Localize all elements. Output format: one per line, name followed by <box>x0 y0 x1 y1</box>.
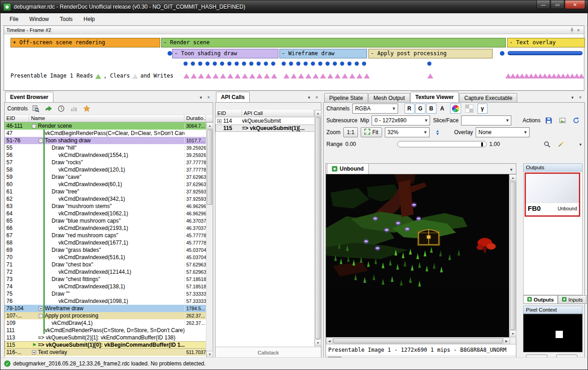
tab-api-calls[interactable]: API Calls <box>216 92 250 102</box>
timeline-event-dot[interactable] <box>257 62 261 66</box>
event-row[interactable]: 70vkCmdDrawIndexed(516,1)45.03704 <box>5 254 213 261</box>
write-triangle-icon[interactable] <box>242 73 248 78</box>
timeline-marker-bar[interactable]: + Off-screen scene rendering <box>10 38 160 47</box>
collapse-icon[interactable]: - <box>39 314 43 318</box>
scroll-up-icon[interactable]: ▲ <box>509 174 516 181</box>
chevron-down-icon[interactable]: ▾ <box>306 94 312 100</box>
mip-select[interactable]: 0 - 1272x690▼ <box>372 115 430 125</box>
gamma-button[interactable]: γ <box>478 104 488 114</box>
write-triangle-icon[interactable] <box>427 73 433 78</box>
tab-event-browser[interactable]: Event Browser <box>5 92 53 102</box>
event-row[interactable]: 107-...-Apply post processing262.37... <box>5 312 213 319</box>
refresh-icon[interactable] <box>571 115 582 125</box>
timeline-event-dot[interactable] <box>362 62 366 66</box>
menu-item-window[interactable]: Window <box>24 14 54 24</box>
event-row[interactable]: 72vkCmdDrawIndexed(12144,1)57.62963 <box>5 268 213 276</box>
write-triangle-icon[interactable] <box>305 73 311 78</box>
close-button[interactable]: ✕ <box>565 0 585 9</box>
timeline-event-dot[interactable] <box>340 62 344 66</box>
scrollbar-thumb[interactable] <box>333 338 503 344</box>
scroll-up-icon[interactable]: ▲ <box>206 122 213 129</box>
timeline-event-dot[interactable] <box>191 62 195 66</box>
write-triangle-icon[interactable] <box>257 73 262 78</box>
overlay-select[interactable]: None▼ <box>476 127 530 137</box>
chevron-down-icon[interactable]: ▾ <box>569 94 576 100</box>
timeline-activity-pill[interactable] <box>508 51 583 55</box>
timeline-event-dot[interactable] <box>198 62 202 66</box>
event-row[interactable]: 65Draw "blue mushroom caps"46.37037 <box>5 217 213 224</box>
event-row[interactable]: 51-76-Toon shading draw1017.7... <box>5 137 213 144</box>
texture-display[interactable] <box>326 174 510 337</box>
expand-icon[interactable]: + <box>217 119 221 123</box>
channel-button-r[interactable]: R <box>404 104 415 114</box>
tab-capture-executable[interactable]: Capture Executable <box>459 93 517 102</box>
statistics-icon[interactable] <box>69 104 79 113</box>
write-triangle-icon[interactable] <box>220 73 226 78</box>
write-triangle-icon[interactable] <box>291 73 297 78</box>
flip-y-icon[interactable] <box>432 127 443 137</box>
column-header-eid[interactable]: EID <box>5 115 29 122</box>
zoom-1to1-button[interactable]: 1:1 <box>343 127 358 137</box>
timeline-content[interactable]: + Off-screen scene rendering- Render sce… <box>4 34 584 91</box>
api-calls-scrollbar[interactable]: ▲ ▼ <box>314 110 321 346</box>
event-row[interactable]: 68vkCmdDrawIndexed(1677,1)45.77778 <box>5 239 213 246</box>
event-row[interactable]: 58vkCmdDrawIndexed(120,1)37.77778 <box>5 166 213 173</box>
timeline-marker-bar[interactable]: - Render scene <box>161 38 506 47</box>
zoom-range-icon[interactable] <box>541 139 552 149</box>
event-row[interactable]: 61Draw "tree"37.92593 <box>5 188 213 195</box>
write-triangle-icon[interactable] <box>342 73 348 78</box>
menu-item-help[interactable]: Help <box>78 14 100 24</box>
timeline-event-dot[interactable] <box>264 62 268 66</box>
time-durations-icon[interactable] <box>56 104 66 113</box>
fit-button[interactable]: Fit <box>361 127 382 137</box>
timeline-event-dot[interactable] <box>427 62 431 66</box>
column-header-duratio[interactable]: Duratio... <box>184 115 206 122</box>
timeline-event-dot[interactable] <box>311 62 315 66</box>
column-header-name[interactable]: Name <box>29 115 184 122</box>
timeline-event-dot[interactable] <box>227 62 231 66</box>
event-row[interactable]: 46-111-Render scene3064.7... <box>5 122 213 130</box>
event-row[interactable]: 47vkCmdBeginRenderPass(C=Clear, D=Clear,… <box>5 130 213 137</box>
export-image-icon[interactable] <box>557 115 568 125</box>
timeline-event-dot[interactable] <box>184 62 188 66</box>
event-row[interactable]: 109vkCmdDraw(4,1)262.37... <box>5 319 213 327</box>
write-triangle-icon[interactable] <box>357 73 362 78</box>
chevron-down-icon[interactable]: ▾ <box>508 166 514 172</box>
write-triangle-icon[interactable] <box>313 73 319 78</box>
channels-select[interactable]: RGBA▼ <box>352 104 398 114</box>
timeline-event-dot[interactable] <box>304 62 308 66</box>
scroll-down-icon[interactable]: ▼ <box>315 339 321 346</box>
event-row[interactable]: 76vkCmdDrawIndexed(1098,1)57.33333 <box>5 297 213 305</box>
timeline-header[interactable]: Timeline - Frame #2 × <box>4 26 584 34</box>
scrollbar-thumb[interactable] <box>207 130 212 205</box>
timeline-event-dot[interactable] <box>326 62 330 66</box>
chevron-down-icon[interactable]: ▾ <box>198 94 204 100</box>
checkerboard-icon[interactable] <box>464 104 475 114</box>
event-row[interactable]: 111vkCmdEndRenderPass(C=Store, D=Store, … <box>5 327 213 334</box>
write-triangle-icon[interactable] <box>249 73 255 78</box>
event-row[interactable]: 67Draw "red mushroom caps"45.77778 <box>5 232 213 239</box>
scroll-up-icon[interactable]: ▲ <box>315 110 321 117</box>
event-row[interactable]: 55Draw "hill"39.25926 <box>5 144 213 151</box>
timeline-event-dot[interactable] <box>249 62 253 66</box>
event-row[interactable]: 75Draw ""57.33333 <box>5 290 213 297</box>
write-triangle-icon[interactable] <box>205 73 211 78</box>
timeline-event-dot[interactable] <box>296 62 300 66</box>
tab-mesh-output[interactable]: Mesh Output <box>368 93 410 102</box>
timeline-marker-bar[interactable]: - Wireframe draw <box>279 49 367 58</box>
channel-button-a[interactable]: A <box>437 104 447 114</box>
channel-button-g[interactable]: G <box>415 104 425 114</box>
scroll-left-icon[interactable]: ◀ <box>326 338 333 344</box>
color-wheel-icon[interactable] <box>450 104 461 114</box>
timeline-event-dot[interactable] <box>282 62 286 66</box>
write-triangle-icon[interactable] <box>235 73 241 78</box>
event-row[interactable]: 115⚑=> vkQueueSubmit(1)[0]: vkBeginComma… <box>5 341 213 349</box>
pin-icon[interactable] <box>569 27 575 33</box>
event-row[interactable]: 71Draw "chest box"57.62963 <box>5 261 213 268</box>
event-row[interactable]: 63Draw "mushroom stems"46.96296 <box>5 203 213 210</box>
fb0-thumbnail[interactable]: FB0 Unbound <box>525 172 580 217</box>
write-triangle-icon[interactable] <box>364 73 370 78</box>
menu-item-tools[interactable]: Tools <box>54 14 78 24</box>
event-row[interactable]: 56vkCmdDrawIndexed(1554,1)39.25926 <box>5 151 213 159</box>
write-triangle-icon[interactable] <box>320 73 326 78</box>
